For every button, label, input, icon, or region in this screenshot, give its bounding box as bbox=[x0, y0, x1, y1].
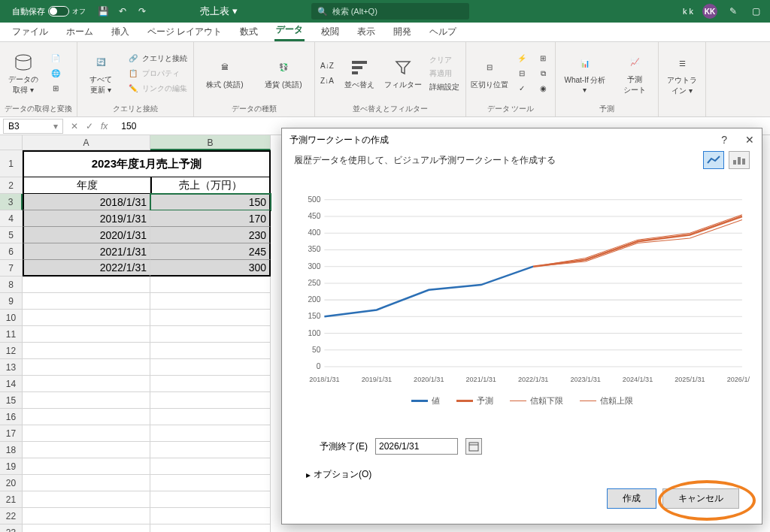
empty-cell[interactable] bbox=[23, 442, 150, 458]
empty-cell[interactable] bbox=[23, 508, 150, 524]
flash-fill-button[interactable]: ⚡ bbox=[514, 52, 529, 65]
clear-filter-button[interactable]: クリア bbox=[428, 54, 461, 66]
cell-value[interactable]: 170 bbox=[150, 210, 271, 227]
cell-date[interactable]: 2022/1/31 bbox=[23, 260, 150, 277]
name-box[interactable]: B3▾ bbox=[3, 119, 63, 134]
select-all-corner[interactable] bbox=[0, 135, 23, 150]
row-header[interactable]: 6 bbox=[0, 243, 23, 260]
row-header[interactable]: 16 bbox=[0, 409, 23, 425]
reapply-button[interactable]: 再適用 bbox=[428, 68, 461, 80]
undo-icon[interactable]: ↶ bbox=[116, 5, 129, 18]
row-header[interactable]: 5 bbox=[0, 227, 23, 243]
empty-cell[interactable] bbox=[23, 293, 150, 310]
save-icon[interactable]: 💾 bbox=[96, 5, 110, 18]
cancel-button[interactable]: キャンセル bbox=[662, 488, 739, 509]
row-header[interactable]: 21 bbox=[0, 491, 23, 508]
empty-cell[interactable] bbox=[23, 359, 150, 376]
from-web-button[interactable]: 🌐 bbox=[48, 67, 63, 80]
row-header[interactable]: 19 bbox=[0, 458, 23, 475]
cell-date[interactable]: 2018/1/31 bbox=[23, 194, 150, 210]
empty-cell[interactable] bbox=[150, 491, 271, 508]
empty-cell[interactable] bbox=[23, 326, 150, 343]
cell-value[interactable]: 150 bbox=[150, 194, 271, 210]
search-box[interactable]: 🔍 検索 (Alt+Q) bbox=[311, 3, 469, 20]
bar-chart-type-button[interactable] bbox=[729, 151, 750, 169]
cell-value[interactable]: 300 bbox=[150, 260, 271, 277]
empty-cell[interactable] bbox=[150, 409, 271, 425]
user-avatar[interactable]: KK bbox=[702, 4, 717, 19]
cell-date[interactable]: 2021/1/31 bbox=[23, 243, 150, 260]
tab-help[interactable]: ヘルプ bbox=[428, 23, 458, 41]
cell-date[interactable]: 2019/1/31 bbox=[23, 210, 150, 227]
fx-icon[interactable]: fx bbox=[101, 121, 108, 131]
date-picker-button[interactable] bbox=[465, 438, 482, 455]
empty-cell[interactable] bbox=[150, 524, 271, 532]
row-header[interactable]: 12 bbox=[0, 343, 23, 359]
row-header[interactable]: 15 bbox=[0, 392, 23, 409]
cell-value[interactable]: 230 bbox=[150, 227, 271, 243]
touch-mode-icon[interactable]: ✎ bbox=[726, 5, 740, 18]
title-cell[interactable]: 2023年度1月売上予測 bbox=[23, 150, 271, 177]
sort-button[interactable]: 並べ替え bbox=[341, 57, 378, 90]
empty-cell[interactable] bbox=[23, 409, 150, 425]
line-chart-type-button[interactable] bbox=[703, 151, 724, 169]
cell-date[interactable]: 2020/1/31 bbox=[23, 227, 150, 243]
help-icon[interactable]: ? bbox=[721, 134, 727, 146]
empty-cell[interactable] bbox=[23, 458, 150, 475]
empty-cell[interactable] bbox=[23, 392, 150, 409]
relationships-button[interactable]: ⧉ bbox=[535, 67, 550, 80]
empty-cell[interactable] bbox=[150, 277, 271, 293]
options-expander[interactable]: ▸ オプション(O) bbox=[294, 468, 750, 481]
tab-formulas[interactable]: 数式 bbox=[238, 23, 259, 41]
tab-file[interactable]: ファイル bbox=[11, 23, 50, 41]
get-data-button[interactable]: データの 取得 ▾ bbox=[5, 52, 42, 95]
empty-cell[interactable] bbox=[23, 376, 150, 392]
text-to-columns-button[interactable]: ⊟ 区切り位置 bbox=[471, 57, 508, 90]
empty-cell[interactable] bbox=[23, 343, 150, 359]
queries-connections-button[interactable]: 🔗クエリと接続 bbox=[126, 52, 189, 65]
empty-cell[interactable] bbox=[23, 475, 150, 491]
empty-cell[interactable] bbox=[23, 310, 150, 326]
enter-formula-icon[interactable]: ✓ bbox=[86, 121, 93, 131]
row-header[interactable]: 8 bbox=[0, 277, 23, 293]
tab-review[interactable]: 校閲 bbox=[320, 23, 341, 41]
empty-cell[interactable] bbox=[150, 343, 271, 359]
data-validation-button[interactable]: ✓ bbox=[514, 82, 529, 95]
col-header-b[interactable]: B bbox=[150, 135, 271, 150]
sort-za-button[interactable]: Z↓A bbox=[320, 74, 335, 88]
outline-button[interactable]: ☰ アウトラ イン ▾ bbox=[663, 53, 701, 96]
row-header[interactable]: 7 bbox=[0, 260, 23, 277]
row-header[interactable]: 17 bbox=[0, 425, 23, 442]
row-header[interactable]: 3 bbox=[0, 194, 23, 210]
autosave-toggle[interactable]: 自動保存 オフ bbox=[8, 5, 90, 19]
empty-cell[interactable] bbox=[150, 326, 271, 343]
empty-cell[interactable] bbox=[150, 392, 271, 409]
row-header[interactable]: 2 bbox=[0, 177, 23, 194]
row-header[interactable]: 11 bbox=[0, 326, 23, 343]
sort-az-button[interactable]: A↓Z bbox=[320, 59, 335, 73]
row-header[interactable]: 9 bbox=[0, 293, 23, 310]
properties-button[interactable]: 📋プロパティ bbox=[126, 67, 189, 80]
tab-developer[interactable]: 開発 bbox=[392, 23, 413, 41]
empty-cell[interactable] bbox=[23, 277, 150, 293]
refresh-all-button[interactable]: 🔄 すべて 更新 ▾ bbox=[82, 52, 120, 95]
stocks-button[interactable]: 🏛 株式 (英語) bbox=[199, 57, 251, 90]
row-header[interactable]: 20 bbox=[0, 475, 23, 491]
tab-data[interactable]: データ bbox=[274, 20, 305, 41]
empty-cell[interactable] bbox=[23, 491, 150, 508]
ribbon-display-icon[interactable]: ▢ bbox=[749, 5, 762, 18]
consolidate-button[interactable]: ⊞ bbox=[535, 52, 550, 65]
empty-cell[interactable] bbox=[150, 425, 271, 442]
forecast-end-input[interactable] bbox=[375, 438, 458, 455]
row-header[interactable]: 1 bbox=[0, 150, 23, 177]
advanced-filter-button[interactable]: 詳細設定 bbox=[428, 81, 461, 93]
cell-value[interactable]: 245 bbox=[150, 243, 271, 260]
empty-cell[interactable] bbox=[150, 508, 271, 524]
row-header[interactable]: 23 bbox=[0, 524, 23, 532]
col-header-a[interactable]: A bbox=[23, 135, 150, 150]
remove-dup-button[interactable]: ⊟ bbox=[514, 67, 529, 80]
row-header[interactable]: 13 bbox=[0, 359, 23, 376]
empty-cell[interactable] bbox=[23, 425, 150, 442]
row-header[interactable]: 10 bbox=[0, 310, 23, 326]
tab-view[interactable]: 表示 bbox=[356, 23, 377, 41]
